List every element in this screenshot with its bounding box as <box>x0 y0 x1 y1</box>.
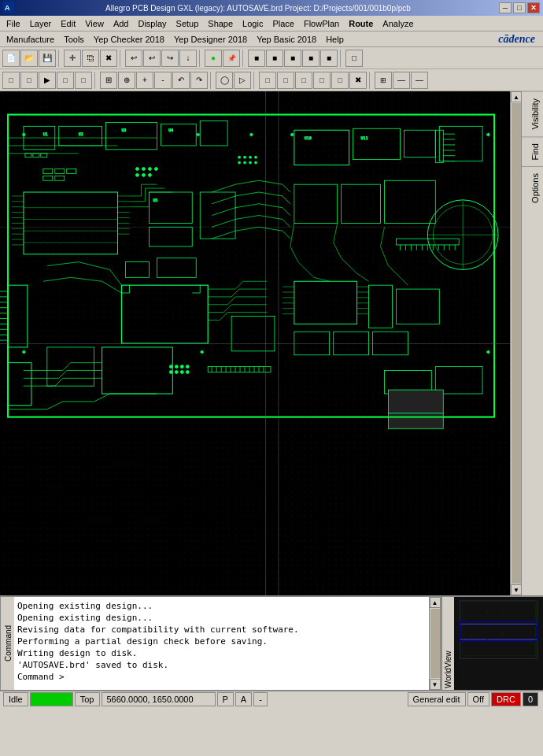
svg-point-136 <box>244 156 246 158</box>
circle-icon: ◯ <box>220 76 229 84</box>
tb2-r1[interactable]: □ <box>2 72 20 89</box>
zoom-in-icon: + <box>142 76 147 84</box>
tb-sq4[interactable]: ■ <box>302 50 320 67</box>
tb2-zoom-fit[interactable]: ⊕ <box>118 72 135 89</box>
menu-shape[interactable]: Shape <box>203 17 238 30</box>
svg-point-170 <box>175 370 178 373</box>
tb-open[interactable]: 📂 <box>20 50 38 67</box>
tb2-r5[interactable]: □ <box>75 72 92 89</box>
number-text: 0 <box>528 695 533 704</box>
options-tab[interactable]: Options <box>522 166 543 209</box>
visibility-tab[interactable]: Visibility <box>522 91 543 136</box>
tb-circle-green[interactable]: ● <box>205 50 222 67</box>
menu-help[interactable]: Help <box>321 33 349 46</box>
tb-pin[interactable]: 📌 <box>223 50 240 67</box>
tb2-circle[interactable]: ◯ <box>216 72 233 89</box>
tb-sq5[interactable]: ■ <box>320 50 338 67</box>
tb-outline[interactable]: □ <box>345 50 363 67</box>
menu-display[interactable]: Display <box>133 17 171 30</box>
canvas-vertical-scrollbar[interactable]: ▲ ▼ <box>510 91 521 595</box>
worldview-canvas[interactable] <box>454 597 543 690</box>
console-line-7: Command > <box>17 671 426 683</box>
svg-text:*: * <box>22 350 26 357</box>
ra2-icon: □ <box>283 76 287 84</box>
tb-crosshair[interactable]: ✛ <box>64 50 81 67</box>
tb2-ra3[interactable]: □ <box>295 72 312 89</box>
bottom-area: Command Opening existing design... Openi… <box>0 595 543 690</box>
minimize-button[interactable]: ─ <box>499 2 512 13</box>
scroll-up-arrow[interactable]: ▲ <box>511 91 522 102</box>
tb2-r3[interactable]: ▶ <box>39 72 56 89</box>
pcb-canvas[interactable]: * * * * * * * * <box>0 91 510 595</box>
tb-redo[interactable]: ↪ <box>161 50 179 67</box>
status-drc: DRC <box>491 692 521 706</box>
tb2-zoom-next[interactable]: ↷ <box>190 72 208 89</box>
menu-add[interactable]: Add <box>109 17 134 30</box>
tb2-r4[interactable]: □ <box>57 72 74 89</box>
pin-icon: 📌 <box>227 54 236 62</box>
find-tab[interactable]: Find <box>522 136 543 166</box>
tb2-ra5[interactable]: □ <box>331 72 349 89</box>
menu-yep-designer[interactable]: Yep Designer 2018 <box>169 33 252 46</box>
menu-yep-basic[interactable]: Yep Basic 2018 <box>252 33 321 46</box>
menu-logic[interactable]: Logic <box>238 17 268 30</box>
tb2-zoom-prev[interactable]: ↶ <box>172 72 190 89</box>
menu-route[interactable]: Route <box>344 17 378 30</box>
menu-place[interactable]: Place <box>268 17 299 30</box>
tb-copy[interactable]: ⿻ <box>82 50 99 67</box>
console-scroll-up[interactable]: ▲ <box>430 597 441 608</box>
menu-file[interactable]: File <box>2 17 25 30</box>
menu-manufacture[interactable]: Manufacture <box>2 33 59 46</box>
tb2-grid[interactable]: ⊞ <box>375 72 392 89</box>
toolbar-separator-2 <box>120 50 123 67</box>
tb-undo[interactable]: ↩ <box>125 50 142 67</box>
menu-analyze[interactable]: Analyze <box>378 17 418 30</box>
tb-down[interactable]: ↓ <box>179 50 197 67</box>
tb2-ra2[interactable]: □ <box>277 72 294 89</box>
tb2-hline2[interactable]: — <box>411 72 428 89</box>
console-scroll-track[interactable] <box>430 609 440 678</box>
tb2-xmark[interactable]: ✖ <box>349 72 367 89</box>
zoom-out-icon: - <box>161 76 164 84</box>
menu-layer[interactable]: Layer <box>25 17 57 30</box>
menu-yep-checker[interactable]: Yep Checker 2018 <box>89 33 169 46</box>
menu-edit[interactable]: Edit <box>56 17 80 30</box>
menu-setup[interactable]: Setup <box>172 17 204 30</box>
svg-point-95 <box>148 167 151 170</box>
menu-flowplan[interactable]: FlowPlan <box>299 17 344 30</box>
coordinates-text: 5660.0000, 1650.0000 <box>107 695 194 704</box>
tb-save[interactable]: 💾 <box>39 50 56 67</box>
svg-rect-174 <box>388 413 443 429</box>
scroll-track[interactable] <box>512 103 521 584</box>
crosshair-vertical <box>265 91 266 595</box>
tb-new[interactable]: 📄 <box>2 50 20 67</box>
svg-text:U1: U1 <box>43 132 48 136</box>
menu-view[interactable]: View <box>80 17 109 30</box>
tb2-r2[interactable]: □ <box>20 72 38 89</box>
tb-delete[interactable]: ✖ <box>100 50 117 67</box>
tb2-ra4[interactable]: □ <box>313 72 331 89</box>
scroll-down-arrow[interactable]: ▼ <box>511 584 522 595</box>
close-button[interactable]: ✕ <box>527 2 540 13</box>
toolbar2-sep1 <box>94 72 98 89</box>
tb-sq2[interactable]: ■ <box>266 50 283 67</box>
svg-text:U3: U3 <box>122 128 127 132</box>
menu-tools[interactable]: Tools <box>59 33 89 46</box>
zoom-prev-icon: ↶ <box>178 76 184 84</box>
console-scrollbar[interactable]: ▲ ▼ <box>430 597 441 690</box>
tb2-hline[interactable]: — <box>393 72 410 89</box>
tb-sq3[interactable]: ■ <box>284 50 301 67</box>
console-line-2: Opening existing design... <box>17 612 426 624</box>
tb2-arrow[interactable]: ▷ <box>234 72 251 89</box>
tb2-zoom-world[interactable]: ⊞ <box>100 72 117 89</box>
status-bar: Idle Top 5660.0000, 1650.0000 P A - Gene… <box>0 690 543 707</box>
tb-undo2[interactable]: ↩ <box>143 50 161 67</box>
tb-sq1[interactable]: ■ <box>248 50 265 67</box>
maximize-button[interactable]: □ <box>513 2 526 13</box>
tb2-zoom-out[interactable]: - <box>154 72 172 89</box>
zoom-world-icon: ⊞ <box>105 76 112 84</box>
tb2-ra1[interactable]: □ <box>259 72 276 89</box>
console-scroll-down[interactable]: ▼ <box>430 679 441 690</box>
svg-text:U5: U5 <box>153 198 157 202</box>
tb2-zoom-in[interactable]: + <box>136 72 153 89</box>
